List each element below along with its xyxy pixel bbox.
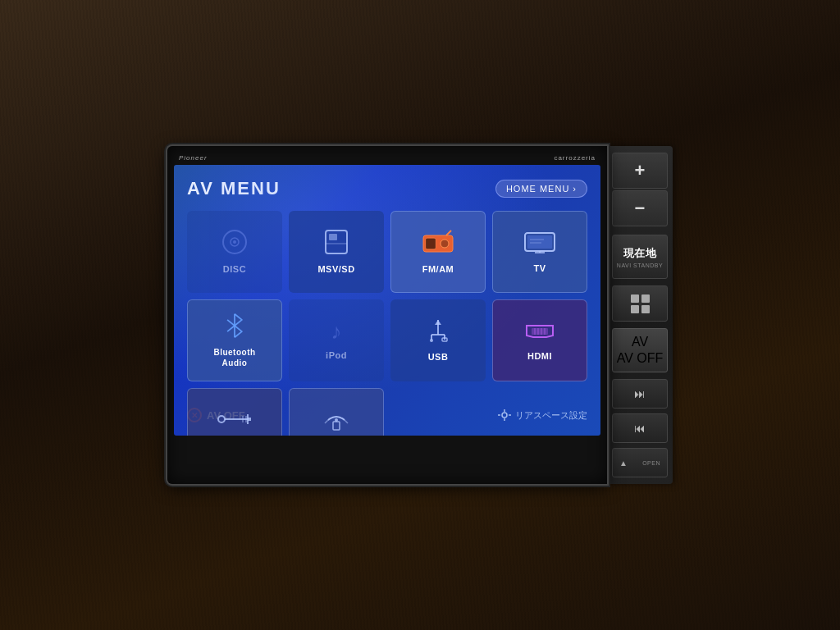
av-menu-title: AV MENU <box>187 178 281 199</box>
svg-rect-4 <box>329 234 337 240</box>
disc-label: DISC <box>223 263 246 275</box>
volume-down-button[interactable]: − <box>612 190 668 226</box>
disc-icon <box>221 229 248 258</box>
msvsd-label: MSV/SD <box>317 263 354 275</box>
menu-item-disc[interactable]: DISC <box>187 211 282 293</box>
open-button[interactable]: ▲ OPEN <box>612 448 668 477</box>
av-label: AV <box>632 335 648 349</box>
svg-rect-24 <box>532 328 548 335</box>
svg-point-21 <box>430 339 433 342</box>
svg-rect-12 <box>527 235 552 249</box>
menu-item-ipod[interactable]: ♪ iPod <box>289 299 384 381</box>
bluetooth-icon <box>222 313 247 342</box>
home-menu-button[interactable]: HOME MENU › <box>495 180 587 198</box>
rear-space-button[interactable]: リアスペース設定 <box>498 409 587 422</box>
hdmi-label: HDMI <box>527 350 552 362</box>
menu-grid: DISC MSV/SD <box>187 211 587 399</box>
menu-item-bluetooth[interactable]: BluetoothAudio <box>187 299 282 381</box>
pioneer-logo: Pioneer <box>179 154 208 162</box>
screen-bezel: Pioneer carrozzeria AV MENU HOME MENU › <box>167 146 607 484</box>
grid-menu-button[interactable] <box>612 285 668 322</box>
menu-item-aux[interactable]: AUX <box>187 388 282 436</box>
usb-icon <box>425 318 451 346</box>
traffic-icon <box>322 407 351 435</box>
settings-icon <box>498 409 511 421</box>
av-button[interactable]: AV AV OFF <box>612 328 668 372</box>
svg-point-29 <box>218 416 225 422</box>
navi-standby-button[interactable]: 現在地 NAVI STANDBY <box>612 235 668 279</box>
menu-item-hdmi[interactable]: HDMI <box>492 299 587 381</box>
head-unit: Pioneer carrozzeria AV MENU HOME MENU › <box>167 146 673 484</box>
menu-item-tv[interactable]: TV <box>492 211 587 293</box>
av-screen: AV MENU HOME MENU › <box>174 165 600 436</box>
svg-marker-23 <box>435 320 441 325</box>
brand-bar: Pioneer carrozzeria <box>174 153 600 165</box>
tv-label: TV <box>533 262 546 274</box>
side-control-panel: + − 現在地 NAVI STANDBY A <box>607 146 673 484</box>
svg-point-2 <box>233 240 236 244</box>
skip-forward-button[interactable]: ⏭ <box>612 379 668 409</box>
menu-item-fmam[interactable]: FM/AM <box>390 211 486 293</box>
navi-label: 現在地 <box>623 246 657 261</box>
svg-point-9 <box>441 240 449 248</box>
screen-header: AV MENU HOME MENU › <box>187 178 587 199</box>
menu-item-msvsd[interactable]: MSV/SD <box>289 211 384 293</box>
rear-space-label: リアスペース設定 <box>515 409 587 422</box>
skip-back-icon: ⏮ <box>634 422 646 435</box>
bluetooth-label: BluetoothAudio <box>213 347 255 368</box>
open-arrow-icon: ▲ <box>619 459 628 468</box>
svg-point-36 <box>335 418 338 422</box>
car-surround: Pioneer carrozzeria AV MENU HOME MENU › <box>0 0 840 630</box>
carrozzeria-logo: carrozzeria <box>554 154 596 162</box>
menu-item-usb[interactable]: USB <box>390 299 486 381</box>
fmam-label: FM/AM <box>422 263 454 275</box>
msvsd-icon <box>324 229 349 258</box>
aux-icon <box>217 411 253 431</box>
svg-line-7 <box>446 231 451 235</box>
fmam-icon <box>422 229 454 258</box>
av-sub-label: AV OFF <box>617 351 664 366</box>
tv-icon <box>523 230 556 258</box>
svg-point-37 <box>502 413 507 418</box>
grid-icon <box>631 294 650 313</box>
skip-back-button[interactable]: ⏮ <box>612 413 668 443</box>
skip-forward-icon: ⏭ <box>634 387 646 400</box>
navi-sub-label: NAVI STANDBY <box>617 262 663 268</box>
svg-rect-34 <box>248 418 251 421</box>
svg-rect-10 <box>426 239 436 249</box>
hdmi-icon <box>523 319 556 345</box>
volume-up-button[interactable]: + <box>612 153 668 189</box>
menu-item-traffic[interactable]: 交通情報 <box>289 388 384 436</box>
usb-label: USB <box>428 351 449 363</box>
open-label: OPEN <box>642 460 660 466</box>
ipod-label: iPod <box>326 349 347 361</box>
svg-rect-35 <box>333 422 340 430</box>
ipod-icon: ♪ <box>331 319 342 345</box>
